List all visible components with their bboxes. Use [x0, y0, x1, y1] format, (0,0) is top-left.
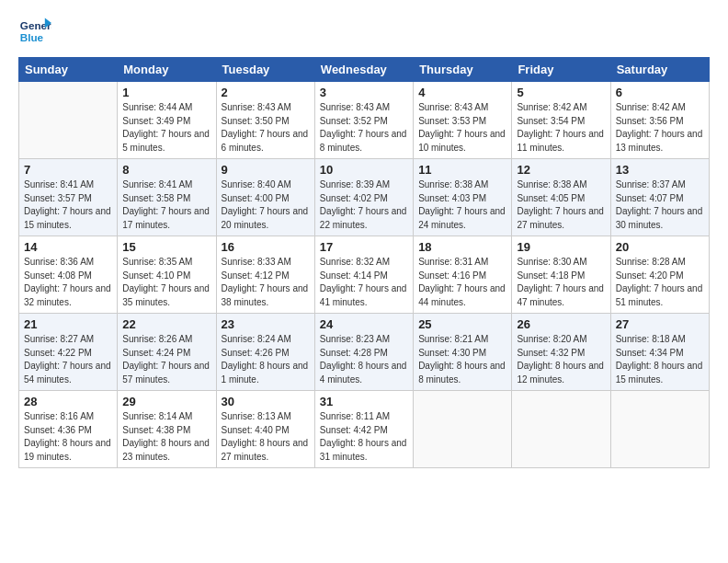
day-number: 28 [24, 395, 112, 408]
calendar-cell [512, 391, 610, 468]
day-number: 3 [320, 86, 408, 99]
svg-text:Blue: Blue [20, 31, 44, 43]
day-info: Sunrise: 8:30 AMSunset: 4:18 PMDaylight:… [517, 256, 605, 309]
day-info: Sunrise: 8:16 AMSunset: 4:36 PMDaylight:… [24, 410, 112, 464]
day-info: Sunrise: 8:43 AMSunset: 3:53 PMDaylight:… [418, 101, 506, 155]
day-info: Sunrise: 8:28 AMSunset: 4:20 PMDaylight:… [616, 256, 704, 309]
weekday-header-row: SundayMondayTuesdayWednesdayThursdayFrid… [19, 58, 710, 82]
header: General Blue [18, 15, 710, 48]
day-info: Sunrise: 8:40 AMSunset: 4:00 PMDaylight:… [222, 178, 310, 232]
calendar-cell: 31Sunrise: 8:11 AMSunset: 4:42 PMDayligh… [314, 391, 413, 468]
day-number: 4 [418, 86, 506, 99]
day-number: 21 [24, 317, 112, 331]
weekday-header-tuesday: Tuesday [216, 58, 314, 82]
day-number: 29 [122, 395, 210, 408]
calendar-cell: 3Sunrise: 8:43 AMSunset: 3:52 PMDaylight… [314, 82, 413, 159]
day-info: Sunrise: 8:11 AMSunset: 4:42 PMDaylight:… [320, 410, 408, 464]
calendar-cell: 29Sunrise: 8:14 AMSunset: 4:38 PMDayligh… [118, 391, 216, 468]
day-info: Sunrise: 8:20 AMSunset: 4:32 PMDaylight:… [517, 333, 605, 386]
page: General Blue SundayMondayTuesdayWednesda… [0, 0, 728, 563]
logo: General Blue [18, 15, 55, 48]
day-number: 5 [517, 86, 605, 99]
calendar-cell: 21Sunrise: 8:27 AMSunset: 4:22 PMDayligh… [19, 314, 118, 391]
calendar-cell: 10Sunrise: 8:39 AMSunset: 4:02 PMDayligh… [314, 159, 413, 236]
day-info: Sunrise: 8:42 AMSunset: 3:54 PMDaylight:… [517, 101, 605, 155]
day-info: Sunrise: 8:39 AMSunset: 4:02 PMDaylight:… [320, 178, 408, 232]
logo-icon: General Blue [18, 15, 51, 48]
calendar-week-row: 1Sunrise: 8:44 AMSunset: 3:49 PMDaylight… [19, 82, 710, 159]
day-info: Sunrise: 8:18 AMSunset: 4:34 PMDaylight:… [616, 333, 704, 386]
calendar-cell: 14Sunrise: 8:36 AMSunset: 4:08 PMDayligh… [19, 236, 118, 314]
day-info: Sunrise: 8:36 AMSunset: 4:08 PMDaylight:… [24, 256, 112, 309]
weekday-header-thursday: Thursday [414, 58, 512, 82]
calendar-table: SundayMondayTuesdayWednesdayThursdayFrid… [18, 57, 710, 468]
calendar-cell: 26Sunrise: 8:20 AMSunset: 4:32 PMDayligh… [512, 314, 610, 391]
day-info: Sunrise: 8:38 AMSunset: 4:03 PMDaylight:… [418, 178, 506, 232]
day-info: Sunrise: 8:38 AMSunset: 4:05 PMDaylight:… [517, 178, 605, 232]
weekday-header-sunday: Sunday [19, 58, 118, 82]
day-number: 19 [517, 240, 605, 254]
weekday-header-friday: Friday [512, 58, 610, 82]
calendar-cell: 4Sunrise: 8:43 AMSunset: 3:53 PMDaylight… [414, 82, 512, 159]
weekday-header-saturday: Saturday [610, 58, 709, 82]
calendar-cell: 13Sunrise: 8:37 AMSunset: 4:07 PMDayligh… [610, 159, 709, 236]
calendar-cell [19, 82, 118, 159]
day-info: Sunrise: 8:43 AMSunset: 3:50 PMDaylight:… [222, 101, 310, 155]
day-number: 18 [418, 240, 506, 254]
weekday-header-monday: Monday [118, 58, 216, 82]
day-number: 6 [616, 86, 704, 99]
calendar-cell: 30Sunrise: 8:13 AMSunset: 4:40 PMDayligh… [216, 391, 314, 468]
day-number: 11 [418, 163, 506, 177]
calendar-cell [610, 391, 709, 468]
day-number: 1 [122, 86, 210, 99]
day-number: 31 [320, 395, 408, 408]
day-number: 20 [616, 240, 704, 254]
day-number: 2 [222, 86, 310, 99]
day-number: 22 [122, 317, 210, 331]
calendar-week-row: 7Sunrise: 8:41 AMSunset: 3:57 PMDaylight… [19, 159, 710, 236]
day-info: Sunrise: 8:26 AMSunset: 4:24 PMDaylight:… [122, 333, 210, 386]
calendar-cell: 16Sunrise: 8:33 AMSunset: 4:12 PMDayligh… [216, 236, 314, 314]
calendar-week-row: 28Sunrise: 8:16 AMSunset: 4:36 PMDayligh… [19, 391, 710, 468]
day-info: Sunrise: 8:23 AMSunset: 4:28 PMDaylight:… [320, 333, 408, 386]
day-number: 15 [122, 240, 210, 254]
calendar-cell: 23Sunrise: 8:24 AMSunset: 4:26 PMDayligh… [216, 314, 314, 391]
weekday-header-wednesday: Wednesday [314, 58, 413, 82]
day-info: Sunrise: 8:33 AMSunset: 4:12 PMDaylight:… [222, 256, 310, 309]
calendar-cell: 12Sunrise: 8:38 AMSunset: 4:05 PMDayligh… [512, 159, 610, 236]
day-info: Sunrise: 8:21 AMSunset: 4:30 PMDaylight:… [418, 333, 506, 386]
calendar-cell: 28Sunrise: 8:16 AMSunset: 4:36 PMDayligh… [19, 391, 118, 468]
day-number: 27 [616, 317, 704, 331]
day-number: 30 [222, 395, 310, 408]
day-number: 13 [616, 163, 704, 177]
calendar-cell: 15Sunrise: 8:35 AMSunset: 4:10 PMDayligh… [118, 236, 216, 314]
day-number: 16 [222, 240, 310, 254]
calendar-cell: 5Sunrise: 8:42 AMSunset: 3:54 PMDaylight… [512, 82, 610, 159]
day-number: 17 [320, 240, 408, 254]
day-number: 9 [222, 163, 310, 177]
calendar-cell: 27Sunrise: 8:18 AMSunset: 4:34 PMDayligh… [610, 314, 709, 391]
calendar-cell: 25Sunrise: 8:21 AMSunset: 4:30 PMDayligh… [414, 314, 512, 391]
day-number: 12 [517, 163, 605, 177]
calendar-cell: 1Sunrise: 8:44 AMSunset: 3:49 PMDaylight… [118, 82, 216, 159]
calendar-cell: 19Sunrise: 8:30 AMSunset: 4:18 PMDayligh… [512, 236, 610, 314]
calendar-cell: 11Sunrise: 8:38 AMSunset: 4:03 PMDayligh… [414, 159, 512, 236]
day-info: Sunrise: 8:41 AMSunset: 3:57 PMDaylight:… [24, 178, 112, 232]
calendar-cell: 8Sunrise: 8:41 AMSunset: 3:58 PMDaylight… [118, 159, 216, 236]
day-info: Sunrise: 8:14 AMSunset: 4:38 PMDaylight:… [122, 410, 210, 464]
day-info: Sunrise: 8:44 AMSunset: 3:49 PMDaylight:… [122, 101, 210, 155]
calendar-cell: 20Sunrise: 8:28 AMSunset: 4:20 PMDayligh… [610, 236, 709, 314]
calendar-cell: 7Sunrise: 8:41 AMSunset: 3:57 PMDaylight… [19, 159, 118, 236]
day-number: 8 [122, 163, 210, 177]
day-info: Sunrise: 8:31 AMSunset: 4:16 PMDaylight:… [418, 256, 506, 309]
day-info: Sunrise: 8:41 AMSunset: 3:58 PMDaylight:… [122, 178, 210, 232]
calendar-cell: 9Sunrise: 8:40 AMSunset: 4:00 PMDaylight… [216, 159, 314, 236]
day-info: Sunrise: 8:43 AMSunset: 3:52 PMDaylight:… [320, 101, 408, 155]
day-number: 25 [418, 317, 506, 331]
calendar-cell [414, 391, 512, 468]
calendar-cell: 6Sunrise: 8:42 AMSunset: 3:56 PMDaylight… [610, 82, 709, 159]
calendar-cell: 18Sunrise: 8:31 AMSunset: 4:16 PMDayligh… [414, 236, 512, 314]
day-info: Sunrise: 8:35 AMSunset: 4:10 PMDaylight:… [122, 256, 210, 309]
calendar-cell: 24Sunrise: 8:23 AMSunset: 4:28 PMDayligh… [314, 314, 413, 391]
day-number: 14 [24, 240, 112, 254]
